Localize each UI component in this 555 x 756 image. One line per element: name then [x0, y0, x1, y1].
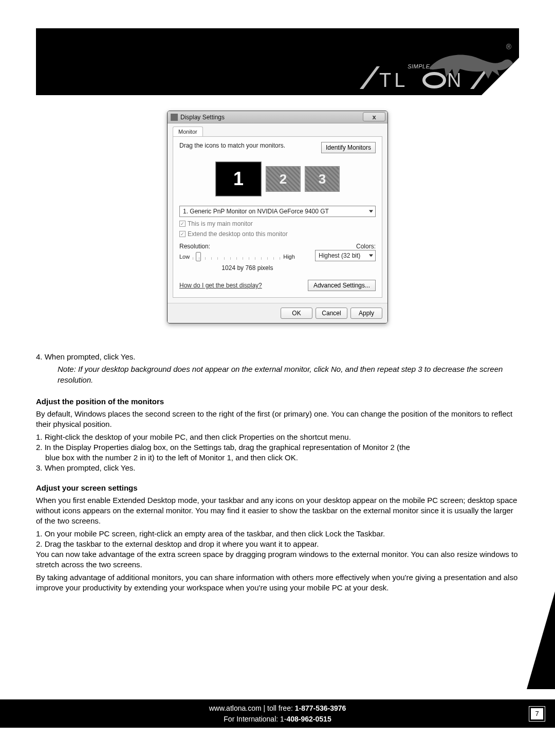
monitor-2[interactable]: 2 [266, 166, 301, 192]
chevron-down-icon [369, 255, 373, 257]
advanced-settings-button[interactable]: Advanced Settings... [308, 280, 376, 291]
checkbox-extend-desktop: ✓ [179, 231, 186, 237]
apply-button[interactable]: Apply [350, 308, 382, 319]
section-b-para-3: By taking advantage of additional monito… [36, 572, 519, 593]
section-b-heading: Adjust your screen settings [36, 483, 519, 493]
svg-text:TL: TL [379, 69, 408, 91]
registered-mark: ® [506, 43, 511, 51]
chevron-down-icon [369, 210, 373, 213]
monitor-1[interactable]: 1 [215, 161, 262, 196]
header-band: SIMPLE, EASY TL N ® [36, 28, 519, 95]
footer-tollfree: 1-877-536-3976 [295, 704, 346, 712]
extend-desktop-checkbox-row: ✓ Extend the desktop onto this monitor [179, 230, 376, 238]
section-a-step-2b: blue box with the number 2 in it) to the… [36, 453, 519, 463]
section-b-intro: When you first enable Extended Desktop m… [36, 495, 519, 527]
section-b-para-2: You can now take advantage of the extra … [36, 549, 519, 570]
cancel-button[interactable]: Cancel [316, 308, 347, 319]
close-button[interactable]: x [363, 112, 385, 121]
monitor-select[interactable]: 1. Generic PnP Monitor on NVIDIA GeForce… [179, 206, 376, 217]
ok-button[interactable]: OK [281, 308, 312, 319]
section-a-intro: By default, Windows places the second sc… [36, 409, 519, 430]
section-a-step-3: 3. When prompted, click Yes. [36, 463, 519, 473]
footer-url: www.atlona.com | toll free: [209, 704, 295, 712]
monitor-3[interactable]: 3 [305, 166, 340, 192]
dialog-title: Display Settings [180, 114, 225, 121]
dialog-titlebar[interactable]: Display Settings x [168, 111, 387, 123]
colors-select[interactable]: Highest (32 bit) [315, 250, 376, 261]
corner-accent [527, 591, 555, 689]
slider-low-label: Low [179, 254, 190, 260]
monitor-arrangement-area[interactable]: 1 2 3 [179, 161, 376, 196]
window-icon [171, 114, 178, 121]
note-text: Note: If your desktop background does no… [36, 364, 519, 385]
step-4: 4. When prompted, click Yes. [36, 352, 519, 362]
colors-label: Colors: [356, 243, 376, 250]
section-a-step-2: 2. In the Display Properties dialog box,… [36, 442, 519, 453]
footer-intl-label: For International: 1- [224, 715, 286, 723]
section-b-step-1: 1. On your mobile PC screen, right-click… [36, 529, 519, 539]
help-link[interactable]: How do I get the best display? [179, 282, 262, 289]
footer-intl-number: 408-962-0515 [286, 715, 331, 723]
section-a-step-1: 1. Right-click the desktop of your mobil… [36, 432, 519, 442]
tab-monitor[interactable]: Monitor [173, 127, 203, 136]
resolution-value: 1024 by 768 pixels [200, 264, 295, 272]
page-footer: www.atlona.com | toll free: 1-877-536-39… [0, 699, 555, 728]
document-body: 4. When prompted, click Yes. Note: If yo… [36, 352, 519, 593]
resolution-label: Resolution: [179, 243, 210, 250]
resolution-slider[interactable] [193, 252, 280, 261]
main-monitor-checkbox-row: ✓ This is my main monitor [179, 220, 376, 227]
display-settings-dialog: Display Settings x Monitor Identify Moni… [167, 111, 388, 323]
identify-monitors-button[interactable]: Identify Monitors [321, 142, 376, 153]
section-b-step-2: 2. Drag the taskbar to the external desk… [36, 539, 519, 549]
checkbox-main-monitor: ✓ [179, 221, 186, 227]
section-a-heading: Adjust the position of the monitors [36, 397, 519, 407]
slider-high-label: High [283, 254, 295, 260]
page-number: 7 [530, 708, 544, 720]
